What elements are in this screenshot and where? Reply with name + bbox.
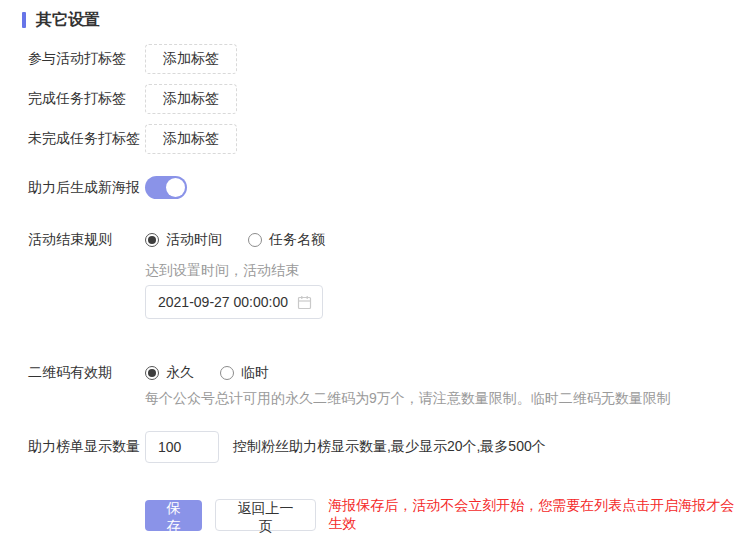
row-incomplete-task-tag: 未完成任务打标签 添加标签 [28,124,745,154]
rank-count-hint: 控制粉丝助力榜显示数量,最少显示20个,最多500个 [233,438,546,456]
complete-task-tag-label: 完成任务打标签 [28,90,145,108]
section-title: 其它设置 [22,10,745,30]
add-tag-button-complete[interactable]: 添加标签 [145,84,237,114]
radio-activity-time[interactable]: 活动时间 [145,231,222,249]
other-settings-panel: 其它设置 参与活动打标签 添加标签 完成任务打标签 添加标签 未完成任务打标签 … [0,0,745,531]
rank-count-input[interactable] [145,431,219,463]
save-button[interactable]: 保存 [145,500,202,531]
row-join-activity-tag: 参与活动打标签 添加标签 [28,44,745,74]
new-poster-label: 助力后生成新海报 [28,179,145,197]
join-activity-tag-label: 参与活动打标签 [28,50,145,68]
page-title: 其它设置 [36,10,100,31]
radio-task-quota-label[interactable]: 任务名额 [269,231,325,249]
row-complete-task-tag: 完成任务打标签 添加标签 [28,84,745,114]
end-rule-radio-group: 活动时间 任务名额 [145,231,351,249]
calendar-icon [297,295,312,310]
save-warning-text: 海报保存后，活动不会立刻开始，您需要在列表点击开启海报才会生效 [328,497,745,533]
row-new-poster-toggle: 助力后生成新海报 [28,176,745,199]
back-button[interactable]: 返回上一页 [215,499,316,531]
incomplete-task-tag-label: 未完成任务打标签 [28,130,145,148]
row-rank-count: 助力榜单显示数量 控制粉丝助力榜显示数量,最少显示20个,最多500个 [28,431,745,463]
end-rule-hint: 达到设置时间，活动结束 [145,262,745,278]
new-poster-toggle[interactable] [145,176,187,199]
radio-permanent-label[interactable]: 永久 [166,364,194,382]
qr-validity-hint: 每个公众号总计可用的永久二维码为9万个，请注意数量限制。临时二维码无数量限制 [145,390,745,406]
radio-selected-icon[interactable] [145,233,159,247]
row-qr-validity: 二维码有效期 永久 临时 [28,364,745,381]
radio-selected-icon[interactable] [145,366,159,380]
row-end-rule: 活动结束规则 活动时间 任务名额 [28,231,745,248]
radio-task-quota[interactable]: 任务名额 [248,231,325,249]
radio-unselected-icon[interactable] [220,366,234,380]
radio-unselected-icon[interactable] [248,233,262,247]
toggle-knob [166,178,185,197]
rank-count-label: 助力榜单显示数量 [28,438,145,456]
qr-validity-radio-group: 永久 临时 [145,364,295,382]
add-tag-button-incomplete[interactable]: 添加标签 [145,124,237,154]
end-time-value[interactable]: 2021-09-27 00:00:00 [158,294,288,310]
title-accent-bar [22,12,26,28]
footer-actions: 保存 返回上一页 海报保存后，活动不会立刻开始，您需要在列表点击开启海报才会生效 [28,499,745,531]
radio-temporary[interactable]: 临时 [220,364,269,382]
qr-validity-label: 二维码有效期 [28,364,145,382]
add-tag-button-join[interactable]: 添加标签 [145,44,237,74]
radio-activity-time-label[interactable]: 活动时间 [166,231,222,249]
radio-permanent[interactable]: 永久 [145,364,194,382]
end-time-date-picker[interactable]: 2021-09-27 00:00:00 [145,285,323,319]
radio-temporary-label[interactable]: 临时 [241,364,269,382]
end-rule-label: 活动结束规则 [28,231,145,249]
